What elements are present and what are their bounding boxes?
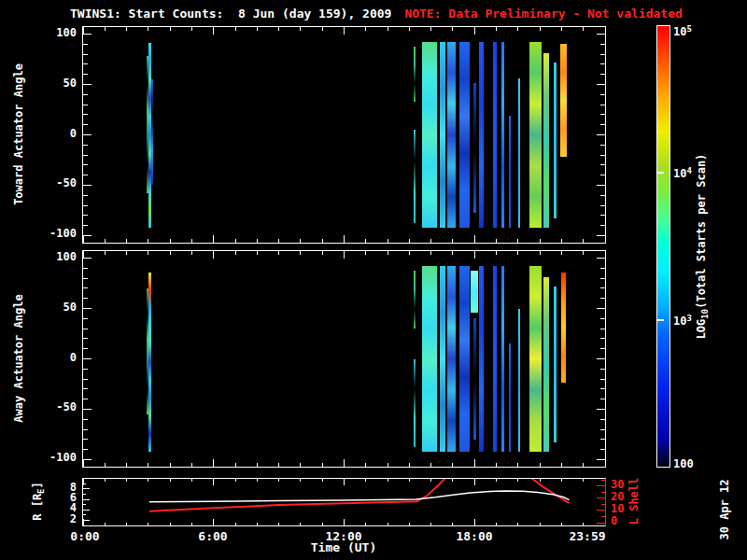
x-tick [365, 463, 366, 467]
data-stripe [447, 42, 456, 228]
y-tick [83, 74, 88, 75]
x-tick [105, 251, 106, 255]
angle-tick-label: 50 [43, 301, 77, 314]
y-tick [83, 358, 92, 359]
colorbar-gradient [657, 26, 669, 467]
colorbar [656, 25, 670, 468]
y-tick [83, 308, 92, 309]
x-tick [409, 251, 410, 255]
y-tick [83, 105, 88, 105]
x-tick [365, 27, 366, 31]
x-tick [191, 463, 192, 467]
colorbar-tick-label: 103 [673, 314, 692, 328]
y-tick [600, 215, 605, 216]
x-tick [126, 251, 127, 255]
x-tick [322, 27, 323, 31]
y-tick [83, 185, 92, 186]
y-tick [600, 348, 605, 349]
data-quality-note: NOTE: Data Preliminary - Not validated [404, 7, 682, 21]
y-tick [597, 134, 605, 135]
x-tick [388, 239, 388, 243]
x-tick [105, 27, 106, 31]
x-tick [452, 27, 453, 31]
data-stripe [560, 44, 567, 157]
x-tick [430, 463, 431, 467]
data-stripe [518, 309, 520, 452]
y-tick [83, 409, 92, 410]
y-tick [600, 399, 605, 399]
y-tick [600, 225, 605, 226]
colorbar-tick-label: 104 [673, 166, 692, 180]
y-tick [600, 54, 605, 55]
y-tick [83, 278, 88, 279]
y-tick [83, 388, 88, 389]
x-tick [191, 239, 192, 243]
y-tick [600, 74, 605, 75]
y-tick [83, 419, 88, 420]
y-tick [600, 145, 605, 146]
x-tick [344, 27, 345, 35]
y-tick [600, 449, 605, 450]
y-tick [83, 298, 88, 299]
data-stripe [529, 266, 542, 452]
toward-actuator-panel [82, 26, 606, 244]
x-tick [83, 459, 84, 467]
y-tick [83, 449, 88, 450]
x-tick [496, 27, 497, 31]
x-tick [191, 251, 192, 255]
x-tick [583, 251, 584, 255]
x-tick [170, 27, 171, 31]
lshell-tick-label: 30 [611, 479, 639, 491]
x-tick [540, 27, 541, 31]
lshell-tick-label: 10 [611, 503, 639, 515]
x-tick [583, 239, 584, 243]
time-tick-label: 23:59 [557, 530, 618, 543]
x-tick [191, 27, 192, 31]
x-tick [170, 463, 171, 467]
time-tick-label: 12:00 [313, 530, 374, 543]
data-stripe [422, 42, 437, 228]
data-stripe [447, 266, 456, 452]
x-tick [452, 463, 453, 467]
y-tick [597, 358, 605, 359]
data-stripe [440, 42, 445, 228]
y-tick [83, 114, 88, 115]
data-stripe [509, 343, 511, 452]
data-stripe [501, 266, 504, 452]
y-tick [83, 379, 88, 380]
data-stripe [473, 83, 476, 212]
x-tick [409, 27, 410, 31]
y-tick [83, 258, 92, 259]
y-tick [83, 195, 88, 196]
y-tick [83, 225, 88, 226]
y-tick [83, 164, 88, 165]
x-tick [213, 459, 214, 467]
x-tick [148, 251, 148, 255]
x-tick [257, 27, 258, 31]
x-tick [517, 239, 518, 243]
y-tick [600, 124, 605, 125]
date-stamp: 30 Apr 12 [719, 479, 731, 539]
x-tick [496, 463, 497, 467]
x-tick [235, 463, 236, 467]
x-tick [257, 239, 258, 243]
y-tick [83, 329, 88, 329]
y-tick [83, 94, 88, 95]
y-tick [600, 419, 605, 420]
x-tick [561, 27, 562, 31]
y-tick [83, 34, 92, 35]
data-stripe [414, 47, 416, 102]
x-tick [605, 459, 606, 467]
x-tick [213, 27, 214, 35]
x-tick [540, 463, 541, 467]
x-tick [148, 27, 148, 31]
y-tick [600, 105, 605, 105]
x-tick [257, 251, 258, 255]
x-tick [105, 239, 106, 243]
data-stripe [471, 271, 478, 313]
y-tick [600, 195, 605, 196]
data-stripe [414, 271, 416, 329]
x-tick [344, 235, 345, 243]
x-tick [388, 463, 388, 467]
x-tick [409, 239, 410, 243]
